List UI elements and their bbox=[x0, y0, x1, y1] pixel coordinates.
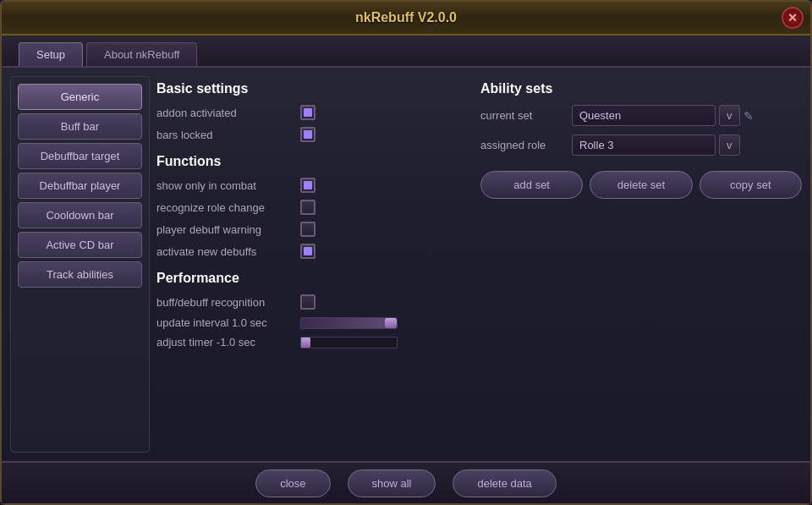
current-set-label: current set bbox=[480, 109, 565, 122]
player-debuff-warning-checkbox[interactable] bbox=[300, 222, 315, 237]
footer: close show all delete data bbox=[2, 461, 810, 503]
ability-set-action-buttons: add set delete set copy set bbox=[480, 171, 802, 199]
assigned-role-label: assigned role bbox=[480, 139, 565, 151]
copy-set-button[interactable]: copy set bbox=[700, 171, 802, 199]
bars-locked-row: bars locked bbox=[156, 127, 472, 142]
performance-title: Performance bbox=[156, 271, 472, 286]
sidebar: Generic Buff bar Debuffbar target Debuff… bbox=[10, 76, 150, 453]
update-interval-label: update interval 1.0 sec bbox=[156, 316, 292, 329]
main-window: nkRebuff V2.0.0 ✕ Setup About nkRebuff G… bbox=[0, 0, 812, 505]
bars-locked-checkbox[interactable] bbox=[300, 127, 315, 142]
sidebar-item-active-cd-bar[interactable]: Active CD bar bbox=[18, 232, 142, 258]
show-only-in-combat-checkbox[interactable] bbox=[300, 178, 315, 193]
show-only-in-combat-row: show only in combat bbox=[156, 178, 472, 193]
sidebar-item-track-abilities[interactable]: Track abilities bbox=[18, 261, 142, 288]
adjust-timer-label: adjust timer -1.0 sec bbox=[156, 336, 292, 349]
recognize-role-change-row: recognize role change bbox=[156, 200, 472, 215]
addon-activated-checkbox[interactable] bbox=[300, 105, 315, 120]
title-bar: nkRebuff V2.0.0 ✕ bbox=[2, 2, 810, 36]
show-only-in-combat-label: show only in combat bbox=[156, 179, 292, 192]
player-debuff-warning-label: player debuff warning bbox=[156, 223, 292, 236]
current-set-select-container: Questen v ✎ bbox=[572, 105, 754, 126]
update-interval-handle[interactable] bbox=[385, 318, 397, 328]
main-content: Generic Buff bar Debuffbar target Debuff… bbox=[2, 68, 810, 461]
update-interval-slider[interactable] bbox=[300, 317, 398, 329]
buff-debuff-recognition-row: buff/debuff recognition bbox=[156, 294, 472, 310]
player-debuff-warning-row: player debuff warning bbox=[156, 222, 472, 237]
ability-sets-title: Ability sets bbox=[480, 81, 802, 96]
recognize-role-change-checkbox[interactable] bbox=[300, 200, 315, 215]
ability-sets-panel: Ability sets current set Questen v ✎ ass… bbox=[480, 76, 802, 453]
sidebar-item-debuffbar-target[interactable]: Debuffbar target bbox=[18, 143, 142, 169]
assigned-role-row: assigned role Rolle 3 v bbox=[480, 134, 802, 156]
activate-new-debuffs-checkbox[interactable] bbox=[300, 244, 315, 259]
functions-title: Functions bbox=[156, 154, 472, 169]
basic-settings-title: Basic settings bbox=[156, 81, 472, 96]
update-interval-track bbox=[300, 317, 398, 329]
assigned-role-v-btn[interactable]: v bbox=[719, 134, 740, 156]
current-set-edit-icon[interactable]: ✎ bbox=[743, 109, 754, 123]
settings-panel: Basic settings addon activiated bars loc… bbox=[156, 76, 472, 453]
update-interval-row: update interval 1.0 sec bbox=[156, 316, 472, 329]
activate-new-debuffs-label: activate new debuffs bbox=[156, 245, 292, 258]
bars-locked-label: bars locked bbox=[156, 129, 292, 141]
show-all-button[interactable]: show all bbox=[348, 469, 436, 497]
close-button[interactable]: close bbox=[255, 469, 330, 497]
activate-new-debuffs-row: activate new debuffs bbox=[156, 244, 472, 259]
adjust-timer-track bbox=[300, 337, 398, 349]
update-interval-fill bbox=[301, 318, 385, 328]
delete-data-button[interactable]: delete data bbox=[453, 469, 556, 497]
tab-bar: Setup About nkRebuff bbox=[2, 36, 810, 68]
addon-activated-row: addon activiated bbox=[156, 105, 472, 120]
right-panel: Basic settings addon activiated bars loc… bbox=[156, 76, 802, 453]
assigned-role-select[interactable]: Rolle 3 bbox=[572, 134, 716, 156]
current-set-select[interactable]: Questen bbox=[572, 105, 716, 126]
adjust-timer-row: adjust timer -1.0 sec bbox=[156, 336, 472, 349]
current-set-row: current set Questen v ✎ bbox=[480, 105, 802, 126]
tab-setup[interactable]: Setup bbox=[19, 42, 83, 66]
sidebar-item-cooldown-bar[interactable]: Cooldown bar bbox=[18, 202, 142, 228]
current-set-v-btn[interactable]: v bbox=[719, 105, 740, 126]
addon-activated-label: addon activiated bbox=[156, 107, 292, 119]
close-window-button[interactable]: ✕ bbox=[782, 7, 804, 29]
sidebar-item-generic[interactable]: Generic bbox=[18, 84, 142, 110]
tab-about[interactable]: About nkRebuff bbox=[86, 42, 197, 66]
delete-set-button[interactable]: delete set bbox=[590, 171, 692, 199]
buff-debuff-recognition-label: buff/debuff recognition bbox=[156, 296, 292, 309]
assigned-role-select-container: Rolle 3 v bbox=[572, 134, 740, 156]
recognize-role-change-label: recognize role change bbox=[156, 201, 292, 214]
sidebar-item-debuffbar-player[interactable]: Debuffbar player bbox=[18, 173, 142, 199]
buff-debuff-recognition-checkbox[interactable] bbox=[300, 294, 315, 310]
window-title: nkRebuff V2.0.0 bbox=[355, 10, 457, 25]
sidebar-item-buff-bar[interactable]: Buff bar bbox=[18, 113, 142, 140]
add-set-button[interactable]: add set bbox=[480, 171, 583, 199]
adjust-timer-handle[interactable] bbox=[300, 338, 310, 348]
adjust-timer-slider[interactable] bbox=[300, 337, 398, 349]
